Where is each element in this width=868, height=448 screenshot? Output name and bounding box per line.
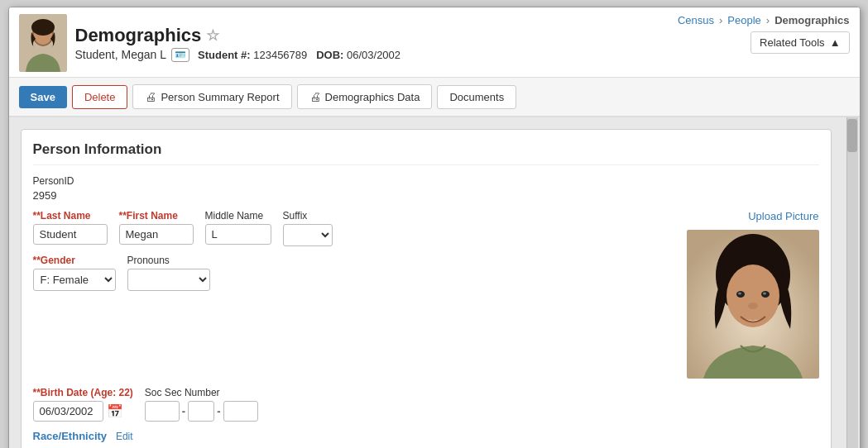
suffix-select-wrap: Jr. Sr. II III [283, 224, 333, 246]
race-section: Race/Ethnicity Edit State Race/Ethnicity… [33, 430, 819, 448]
header-subtitle: Student, Megan L 🪪 Student #: 123456789 … [75, 48, 401, 62]
ssn-dash1: - [182, 405, 185, 417]
page-title: Demographics ☆ [75, 25, 401, 46]
scrollbar[interactable] [846, 117, 858, 448]
printer-icon-1: 🖨 [145, 90, 156, 103]
header-right: Census › People › Demographics Related T… [678, 14, 850, 54]
birthdate-label: *Birth Date (Age: 22) [33, 387, 133, 398]
svg-point-13 [748, 303, 758, 309]
gender-label: *Gender [33, 255, 116, 266]
breadcrumb-census[interactable]: Census [678, 14, 714, 26]
photo-area: Upload Picture [748, 210, 818, 227]
birthdate-input-wrap: 📅 [33, 401, 133, 422]
related-tools-label: Related Tools [760, 36, 825, 49]
person-information-card: Person Information PersonID 2959 *Last N… [21, 129, 832, 448]
ssn-part2[interactable] [188, 401, 214, 422]
svg-point-12 [763, 293, 766, 295]
form-panel: Person Information PersonID 2959 *Last N… [9, 117, 843, 448]
title-text: Demographics [75, 25, 202, 46]
favorite-icon[interactable]: ☆ [206, 26, 219, 45]
person-id-label: PersonID [33, 175, 74, 187]
student-meta: Student #: 123456789 DOB: 06/03/2002 [198, 49, 400, 61]
header: Demographics ☆ Student, Megan L 🪪 Studen… [9, 7, 860, 78]
gender-select[interactable]: F: Female M: Male [33, 269, 116, 291]
person-summary-label: Person Summary Report [161, 91, 279, 103]
id-badge[interactable]: 🪪 [171, 48, 189, 62]
demographics-data-label: Demographics Data [325, 91, 420, 103]
student-number-label: Student #: [198, 49, 251, 61]
student-number: 123456789 [253, 49, 307, 61]
svg-point-8 [727, 265, 779, 327]
avatar [19, 14, 67, 72]
ssn-wrap: - - [145, 401, 258, 422]
race-title-text: Race/Ethnicity [33, 430, 108, 442]
main-window: Demographics ☆ Student, Megan L 🪪 Studen… [8, 7, 861, 448]
ssn-group: Soc Sec Number - - [145, 387, 258, 422]
save-button[interactable]: Save [19, 86, 67, 108]
id-icon: 🪪 [175, 50, 186, 60]
breadcrumb-sep1: › [719, 14, 722, 26]
last-name-label: *Last Name [33, 210, 108, 222]
svg-point-3 [31, 19, 55, 36]
middle-name-label: Middle Name [205, 210, 271, 222]
toolbar: Save Delete 🖨 Person Summary Report 🖨 De… [9, 78, 860, 117]
pronouns-label: Pronouns [127, 255, 210, 266]
first-name-group: *First Name [119, 210, 194, 245]
form-card-title: Person Information [33, 141, 819, 165]
demographics-data-button[interactable]: 🖨 Demographics Data [297, 84, 433, 109]
svg-point-11 [738, 293, 741, 295]
ssn-dash2: - [217, 405, 220, 417]
pronouns-select[interactable]: He/Him She/Her They/Them [127, 269, 210, 291]
upload-picture-link[interactable]: Upload Picture [748, 210, 818, 222]
suffix-group: Suffix Jr. Sr. II III [283, 210, 333, 246]
pronouns-group: Pronouns He/Him She/Her They/Them [127, 255, 210, 291]
ssn-part3[interactable] [223, 401, 258, 422]
breadcrumb-current: Demographics [774, 14, 849, 26]
birthdate-group: *Birth Date (Age: 22) 📅 [33, 387, 133, 422]
gender-group: *Gender F: Female M: Male [33, 255, 116, 291]
ssn-part1[interactable] [145, 401, 180, 422]
suffix-select[interactable]: Jr. Sr. II III [283, 224, 333, 246]
right-panel [843, 117, 860, 448]
birthdate-input[interactable] [33, 401, 103, 422]
student-name: Student, Megan L [75, 48, 167, 61]
first-name-label: *First Name [119, 210, 194, 222]
breadcrumb-people[interactable]: People [727, 14, 760, 26]
last-name-group: *Last Name [33, 210, 108, 245]
header-top: Demographics ☆ Student, Megan L 🪪 Studen… [19, 14, 850, 77]
dob-value: 06/03/2002 [347, 49, 400, 61]
related-tools-icon: ▲ [830, 36, 841, 49]
race-section-title: Race/Ethnicity Edit [33, 430, 819, 442]
gender-row: *Gender F: Female M: Male Pronouns He/Hi… [33, 255, 819, 379]
student-photo-container [687, 230, 819, 379]
person-id-row: PersonID 2959 [33, 175, 819, 202]
last-name-input[interactable] [33, 224, 108, 245]
middle-name-input[interactable] [205, 224, 271, 245]
main-content: Person Information PersonID 2959 *Last N… [9, 117, 860, 448]
person-id-value: 2959 [33, 189, 74, 202]
suffix-label: Suffix [283, 210, 333, 222]
middle-name-group: Middle Name [205, 210, 271, 245]
first-name-input[interactable] [119, 224, 194, 245]
person-summary-button[interactable]: 🖨 Person Summary Report [132, 84, 291, 109]
ssn-label: Soc Sec Number [145, 387, 258, 398]
documents-button[interactable]: Documents [437, 85, 516, 109]
birthdate-row: *Birth Date (Age: 22) 📅 Soc Sec Number - [33, 387, 819, 422]
calendar-icon[interactable]: 📅 [107, 403, 123, 419]
breadcrumb: Census › People › Demographics [678, 14, 850, 26]
student-photo [687, 230, 819, 379]
person-id-group: PersonID 2959 [33, 175, 74, 202]
scrollbar-thumb[interactable] [847, 119, 857, 152]
related-tools-button[interactable]: Related Tools ▲ [751, 31, 849, 54]
documents-label: Documents [449, 91, 504, 103]
printer-icon-2: 🖨 [309, 90, 321, 103]
header-title-block: Demographics ☆ Student, Megan L 🪪 Studen… [75, 25, 401, 62]
delete-button[interactable]: Delete [72, 85, 128, 109]
race-edit-link[interactable]: Edit [116, 431, 133, 442]
header-left: Demographics ☆ Student, Megan L 🪪 Studen… [19, 14, 401, 72]
dob-label: DOB: [316, 49, 343, 61]
breadcrumb-sep2: › [766, 14, 770, 26]
